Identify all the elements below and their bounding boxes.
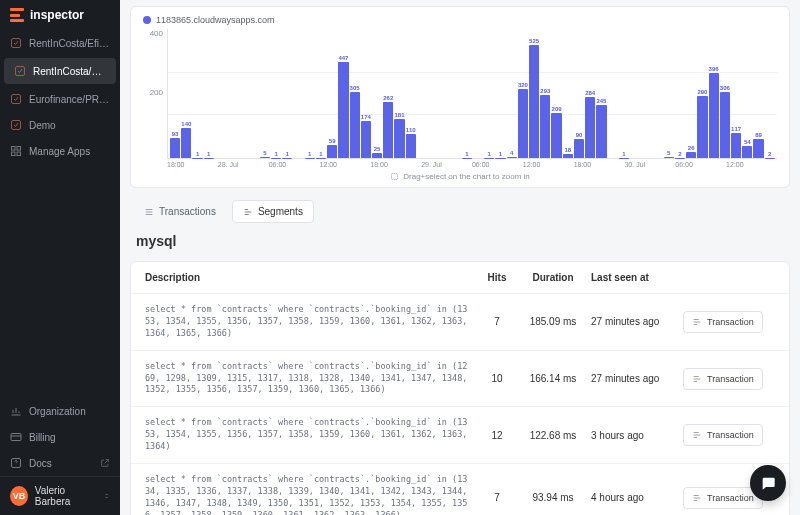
transaction-button[interactable]: Transaction — [683, 368, 763, 390]
chart-bars: 9314011511115944730517425262181110111432… — [168, 29, 777, 158]
chart-bar[interactable]: 284 — [585, 97, 595, 158]
chart[interactable]: 400 200 93140115111159447305174252621811… — [143, 29, 777, 159]
chart-bar[interactable]: 26 — [686, 152, 696, 158]
x-tick: 18:00 — [574, 161, 625, 168]
bar-value-label: 245 — [596, 98, 606, 104]
bar-value-label: 290 — [697, 89, 707, 95]
chart-bar[interactable]: 25 — [372, 153, 382, 158]
transaction-icon — [692, 430, 702, 440]
cell-hits: 10 — [479, 373, 515, 384]
sql-text: select * from `contracts` where `contrac… — [145, 417, 469, 453]
x-tick: 06:00 — [269, 161, 320, 168]
chart-bar[interactable]: 209 — [551, 113, 561, 158]
bar-value-label: 293 — [540, 88, 550, 94]
bar-value-label: 54 — [744, 139, 751, 145]
bar-value-label: 4 — [510, 150, 513, 156]
transaction-button-label: Transaction — [707, 493, 754, 503]
chart-bar[interactable]: 93 — [170, 138, 180, 158]
chart-icon — [10, 405, 22, 417]
segments-table: Description Hits Duration Last seen at s… — [130, 261, 790, 515]
chart-card: 1183865.cloudwaysapps.com 400 200 931401… — [130, 6, 790, 188]
chart-bar[interactable]: 117 — [731, 133, 741, 158]
svg-rect-10 — [392, 174, 398, 180]
chart-hint: Drag+select on the chart to zoom in — [143, 172, 777, 181]
sidebar-item-app-1[interactable]: RentInCosta/Sorr… — [4, 58, 116, 84]
sidebar-item-docs[interactable]: Docs — [0, 450, 120, 476]
bar-value-label: 1 — [488, 151, 491, 157]
chart-bar[interactable]: 5 — [260, 157, 270, 158]
chart-bar[interactable]: 262 — [383, 102, 393, 158]
transaction-icon — [692, 493, 702, 503]
tab-label: Segments — [258, 206, 303, 217]
chart-legend[interactable]: 1183865.cloudwaysapps.com — [143, 15, 777, 25]
help-icon — [10, 457, 22, 469]
sidebar-item-label: RentInCosta/Sorr… — [33, 66, 106, 77]
table-row: select * from `contracts` where `contrac… — [131, 407, 789, 464]
legend-dot-icon — [143, 16, 151, 24]
bar-value-label: 1 — [319, 151, 322, 157]
chart-bar[interactable]: 140 — [181, 128, 191, 158]
user-menu[interactable]: VB Valerio Barbera — [0, 476, 120, 515]
bar-value-label: 1 — [622, 151, 625, 157]
chart-bar[interactable]: 290 — [697, 96, 707, 158]
chart-plot[interactable]: 9314011511115944730517425262181110111432… — [167, 29, 777, 159]
bar-value-label: 262 — [383, 95, 393, 101]
transaction-button-label: Transaction — [707, 317, 754, 327]
chart-bar[interactable]: 447 — [338, 62, 348, 158]
cell-last-seen: 3 hours ago — [591, 430, 673, 441]
chart-bar[interactable]: 181 — [394, 119, 404, 158]
chart-bar[interactable]: 110 — [406, 134, 416, 158]
bar-value-label: 93 — [172, 131, 179, 137]
chart-bar[interactable]: 305 — [350, 92, 360, 158]
sidebar-item-app-3[interactable]: Demo — [0, 112, 120, 138]
x-tick: 18:00 — [370, 161, 421, 168]
bar-value-label: 209 — [552, 106, 562, 112]
chart-bar[interactable]: 293 — [540, 95, 550, 158]
bar-value-label: 320 — [518, 82, 528, 88]
tab-segments[interactable]: Segments — [232, 200, 314, 223]
bar-value-label: 284 — [585, 90, 595, 96]
transaction-button[interactable]: Transaction — [683, 311, 763, 333]
grid-icon — [10, 145, 22, 157]
cell-last-seen: 27 minutes ago — [591, 373, 673, 384]
bar-value-label: 396 — [709, 66, 719, 72]
sidebar-item-app-2[interactable]: Eurofinance/PROD — [0, 86, 120, 112]
x-tick: 29. Jul — [421, 161, 472, 168]
app-icon — [10, 119, 22, 131]
table-header: Description Hits Duration Last seen at — [131, 262, 789, 294]
chart-bar[interactable]: 4 — [507, 157, 517, 158]
sidebar-item-label: Docs — [29, 458, 52, 469]
chart-bar[interactable]: 396 — [709, 73, 719, 158]
chart-bar[interactable]: 89 — [753, 139, 763, 158]
chart-bar[interactable]: 320 — [518, 89, 528, 158]
chart-bar[interactable]: 5 — [664, 157, 674, 158]
y-tick: 400 — [143, 29, 163, 38]
sidebar-item-organization[interactable]: Organization — [0, 398, 120, 424]
chart-bar[interactable]: 54 — [742, 146, 752, 158]
section-title: mysql — [120, 223, 800, 255]
sidebar-item-manage-apps[interactable]: Manage Apps — [0, 138, 120, 164]
chart-bar[interactable]: 59 — [327, 145, 337, 158]
chart-bar[interactable]: 245 — [596, 105, 606, 158]
brand-name: inspector — [30, 8, 84, 22]
bar-value-label: 25 — [374, 146, 381, 152]
chart-bar[interactable]: 90 — [574, 139, 584, 158]
chart-bar[interactable]: 525 — [529, 45, 539, 158]
brand[interactable]: inspector — [0, 0, 120, 30]
x-tick: 12:00 — [523, 161, 574, 168]
bar-value-label: 5 — [667, 150, 670, 156]
tabs: Transactions Segments — [120, 194, 800, 223]
sidebar-item-billing[interactable]: Billing — [0, 424, 120, 450]
bar-value-label: 181 — [394, 112, 404, 118]
tab-transactions[interactable]: Transactions — [134, 201, 226, 222]
bar-value-label: 26 — [688, 145, 695, 151]
transaction-button[interactable]: Transaction — [683, 424, 763, 446]
sidebar-item-label: Organization — [29, 406, 86, 417]
chat-fab[interactable] — [750, 465, 786, 501]
chart-bar[interactable]: 174 — [361, 121, 371, 158]
chart-bar[interactable]: 18 — [563, 154, 573, 158]
chart-bar[interactable]: 306 — [720, 92, 730, 158]
sidebar-item-app-0[interactable]: RentInCosta/Efisio — [0, 30, 120, 56]
bar-value-label: 140 — [181, 121, 191, 127]
svg-rect-4 — [12, 147, 16, 151]
